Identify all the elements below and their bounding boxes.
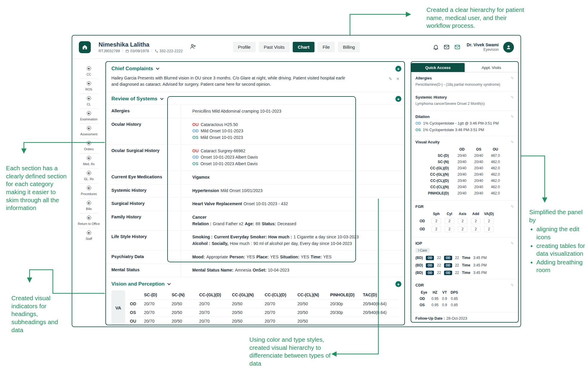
vision-col-header: TAC(D)	[361, 290, 399, 300]
sidebar-item-gl-rx[interactable]: GL. Rx	[72, 168, 105, 183]
sidebar-item-return-to-office[interactable]: Return to Office	[72, 213, 105, 228]
sidebar-item-cc[interactable]: CC	[72, 64, 105, 79]
qa-section-label: Visual Acuity	[415, 140, 440, 144]
eye-scan-icon	[87, 81, 91, 85]
va-group-label: VA	[111, 290, 125, 325]
vision-row-os: OS 20/70 20/50 20/70 20/50 20/70 20/50 2…	[128, 308, 399, 317]
sidebar-item-bills[interactable]: Bills	[72, 198, 105, 213]
sidebar-item-procedures[interactable]: Procedures	[72, 183, 105, 198]
close-icon[interactable]: ✕	[396, 76, 400, 88]
eye-scan-icon	[87, 171, 91, 175]
quick-access-panel: Quick Access Appt. Visits Allergies ✎ Pe…	[411, 61, 519, 323]
tab-past-visits[interactable]: Past Visits	[259, 42, 290, 52]
ros-row-value: Cancer Relation :Grand Father x2Age:88St…	[181, 211, 404, 230]
ros-row-ocular-history: Ocular History OUCataractous H25.50 ODMi…	[106, 118, 404, 144]
sidebar-item-orders[interactable]: Orders	[72, 139, 105, 154]
ros-row-label: Life Style History	[106, 231, 181, 250]
vision-col-header: CC-(GL)(N)	[230, 290, 263, 300]
ros-row-allergies: Allergies Penicillins Mild Abdominal cra…	[106, 105, 404, 118]
tab-appt-visits[interactable]: Appt. Visits	[465, 63, 518, 72]
ros-row-value: OUCataractous H25.50 ODMild Onset 10-01-…	[181, 118, 404, 144]
chief-complaints-entry: Hailey Garcia Presents with Blurred visi…	[106, 74, 404, 92]
eye-badge: OD	[426, 256, 434, 260]
chevron-down-icon[interactable]	[160, 96, 163, 100]
sidebar-item-staff[interactable]: Staff	[72, 228, 105, 243]
patient-info: Nimeshika Lalitha RTJ9032789 03/09/1978 …	[99, 41, 183, 53]
vision-row-od: OD 20/70 20/50 20/70 20/50 20/70 20/50 2…	[128, 300, 399, 308]
edit-icon[interactable]: ✎	[511, 241, 514, 246]
ros-row-label: Ocular History	[106, 118, 181, 144]
qa-cdr-table: Eye HZ VT DPS OD 0.95 0.9 0.85	[418, 289, 460, 308]
qa-section-cdr: CDR ✎ Eye HZ VT DPS OD	[411, 279, 518, 312]
ros-row-label: Ocular Surgical History	[106, 145, 181, 171]
qa-section-visual-acuity: Visual Acuity ✎ OD OS OU SC-(D)20/4020/4…	[411, 136, 518, 201]
ros-row-family-history: Family History Cancer Relation :Grand Fa…	[106, 211, 404, 230]
edit-icon[interactable]: ✎	[511, 76, 514, 80]
edit-icon[interactable]: ✎	[511, 204, 514, 209]
ros-row-label: Mental Status	[106, 264, 181, 277]
qa-section-label: Allergies	[415, 76, 432, 80]
sidebar-item-label: Procedures	[73, 192, 105, 196]
section-vision-header: Vision and Perception +	[106, 277, 404, 290]
doctor-name: Dr. Vivek Swami	[467, 42, 499, 47]
sidebar-item-label: Return to Office	[73, 222, 105, 226]
qa-section-label: FGR	[415, 204, 423, 209]
tab-profile[interactable]: Profile	[233, 42, 256, 52]
eye-tag-os: OS	[415, 128, 421, 132]
iop-row: (BD) OD 22 OD 22 Time 3:45 PM	[415, 263, 514, 268]
add-ros-button[interactable]: +	[395, 96, 401, 102]
mail-teal-icon[interactable]	[454, 44, 460, 50]
ros-row-value: HypertensionMild Onset 10/01/2023	[181, 184, 404, 197]
vision-col-header: SC-(N)	[170, 290, 197, 300]
qa-visual-acuity-table: OD OS OU SC-(D)20/4020/40467.0 SC-(N)20/…	[418, 146, 504, 197]
calendar-icon	[125, 49, 129, 53]
chief-complaints-actions: ✎ ✕	[389, 75, 400, 88]
edit-icon[interactable]: ✎	[511, 114, 514, 119]
mail-dark-icon[interactable]	[443, 44, 450, 50]
edit-icon[interactable]: ✎	[511, 95, 514, 99]
notifications-bell-icon[interactable]	[433, 44, 439, 50]
sidebar-item-assessment[interactable]: Assessment	[72, 124, 105, 139]
app-window: Nimeshika Lalitha RTJ9032789 03/09/1978 …	[72, 35, 521, 327]
eye-tag-ou: OU	[128, 317, 142, 326]
edit-icon[interactable]: ✎	[389, 76, 392, 88]
eye-badge: OD	[426, 271, 434, 275]
eye-badge: OD	[444, 256, 452, 260]
qa-systemic-value: Lymphoma cancerSevere Onset 2 Month(s)	[415, 101, 514, 106]
chevron-down-icon[interactable]	[156, 66, 159, 70]
sidebar-item-label: CC	[73, 73, 105, 76]
tab-quick-access[interactable]: Quick Access	[411, 63, 465, 72]
sidebar-item-ros[interactable]: ROS	[72, 79, 105, 94]
vision-row-ou: OU 20/70 20/50 20/70 20/50 20/70 20/50	[128, 317, 399, 326]
add-vision-button[interactable]: +	[395, 281, 401, 287]
add-person-icon[interactable]	[189, 43, 196, 51]
chevron-down-icon[interactable]	[168, 282, 171, 285]
chart-main-panel: Chief Complaints + Hailey Garcia Present…	[105, 61, 405, 325]
eye-scan-icon	[87, 111, 91, 115]
ros-row-value: Smoking :Current Everyday Smoker:How muc…	[181, 231, 404, 250]
home-button[interactable]	[79, 41, 91, 53]
tab-chart[interactable]: Chart	[293, 42, 314, 52]
ros-row-value: Vigamox	[181, 171, 404, 184]
chief-complaints-text: Hailey Garcia Presents with Blurred visi…	[111, 75, 350, 88]
add-chief-complaint-button[interactable]: +	[395, 66, 401, 72]
vision-acuity-table: SC-(D) SC-(N) CC-(GL)(D) CC-(GL)(N) CC-(…	[128, 290, 399, 325]
ros-row-value: Mood:AppropriatePerson:YESPlace:YESSitua…	[181, 251, 404, 264]
eye-scan-icon	[87, 231, 91, 235]
sidebar: CC ROS CL Examination Assessment Orders …	[72, 59, 105, 327]
divider	[122, 49, 123, 53]
patient-phone: 332-222-2222	[155, 49, 183, 53]
section-title: Vision and Perception	[111, 281, 165, 287]
edit-icon[interactable]: ✎	[511, 140, 514, 144]
sidebar-item-label: Staff	[73, 237, 105, 240]
sidebar-item-med-rx[interactable]: Med. Rx	[72, 154, 105, 168]
sidebar-item-examination[interactable]: Examination	[72, 109, 105, 124]
tab-file[interactable]: File	[317, 42, 335, 52]
sidebar-item-cl[interactable]: CL	[72, 94, 105, 109]
doctor-avatar[interactable]	[503, 42, 514, 53]
section-chief-complaints-header: Chief Complaints +	[106, 62, 404, 74]
edit-icon[interactable]: ✎	[511, 283, 514, 287]
vision-col-header: SC-(D)	[142, 290, 170, 300]
tab-billing[interactable]: Billing	[338, 42, 360, 52]
divider	[152, 49, 152, 53]
